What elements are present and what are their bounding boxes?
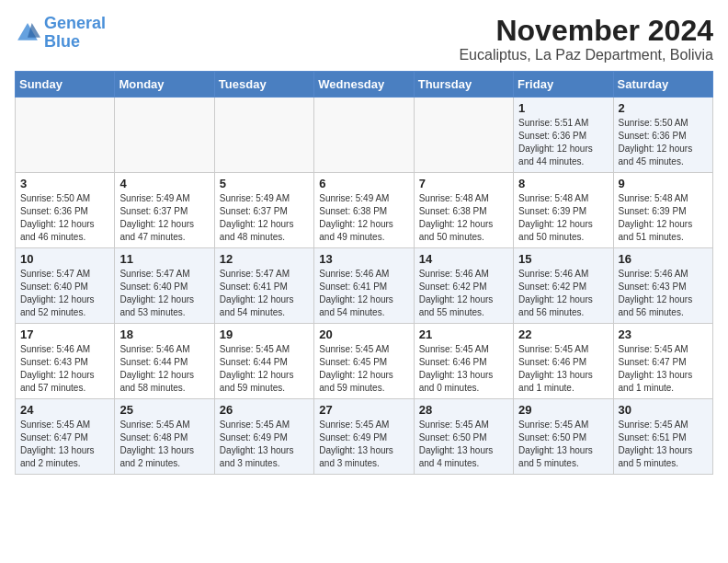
day-number: 29	[518, 403, 608, 417]
calendar-cell: 28Sunrise: 5:45 AM Sunset: 6:50 PM Dayli…	[414, 399, 513, 475]
calendar-cell: 21Sunrise: 5:45 AM Sunset: 6:46 PM Dayli…	[414, 324, 513, 399]
day-number: 17	[20, 327, 109, 341]
calendar-cell: 15Sunrise: 5:46 AM Sunset: 6:42 PM Dayli…	[514, 248, 613, 324]
weekday-header: Friday	[514, 72, 613, 98]
weekday-header: Saturday	[613, 72, 712, 98]
day-info: Sunrise: 5:46 AM Sunset: 6:42 PM Dayligh…	[419, 268, 508, 319]
day-info: Sunrise: 5:45 AM Sunset: 6:50 PM Dayligh…	[419, 419, 508, 470]
calendar-cell: 9Sunrise: 5:48 AM Sunset: 6:39 PM Daylig…	[613, 173, 712, 248]
calendar-cell	[314, 98, 414, 173]
calendar-cell: 5Sunrise: 5:49 AM Sunset: 6:37 PM Daylig…	[214, 173, 313, 248]
logo-icon	[15, 20, 40, 46]
day-info: Sunrise: 5:47 AM Sunset: 6:40 PM Dayligh…	[119, 268, 209, 319]
day-number: 30	[619, 403, 708, 417]
calendar-week-row: 3Sunrise: 5:50 AM Sunset: 6:36 PM Daylig…	[16, 173, 713, 248]
day-number: 25	[119, 403, 209, 417]
day-info: Sunrise: 5:45 AM Sunset: 6:47 PM Dayligh…	[20, 419, 109, 470]
calendar-cell: 12Sunrise: 5:47 AM Sunset: 6:41 PM Dayli…	[214, 248, 313, 324]
day-number: 6	[319, 177, 408, 190]
month-title: November 2024	[459, 15, 713, 47]
day-info: Sunrise: 5:47 AM Sunset: 6:41 PM Dayligh…	[220, 268, 309, 319]
weekday-header: Tuesday	[214, 72, 313, 98]
calendar-cell: 13Sunrise: 5:46 AM Sunset: 6:41 PM Dayli…	[314, 248, 414, 324]
calendar-cell: 29Sunrise: 5:45 AM Sunset: 6:50 PM Dayli…	[514, 399, 613, 475]
calendar-cell	[16, 98, 115, 173]
day-number: 19	[220, 327, 309, 341]
calendar-cell: 25Sunrise: 5:45 AM Sunset: 6:48 PM Dayli…	[115, 399, 214, 475]
calendar-cell: 26Sunrise: 5:45 AM Sunset: 6:49 PM Dayli…	[214, 399, 313, 475]
calendar-week-row: 1Sunrise: 5:51 AM Sunset: 6:36 PM Daylig…	[16, 98, 713, 173]
day-info: Sunrise: 5:48 AM Sunset: 6:39 PM Dayligh…	[518, 192, 608, 244]
day-number: 22	[518, 327, 608, 341]
weekday-header: Wednesday	[314, 72, 414, 98]
day-info: Sunrise: 5:50 AM Sunset: 6:36 PM Dayligh…	[20, 192, 109, 244]
weekday-header-row: SundayMondayTuesdayWednesdayThursdayFrid…	[16, 72, 713, 98]
logo-text: General Blue	[44, 15, 106, 52]
calendar-cell: 4Sunrise: 5:49 AM Sunset: 6:37 PM Daylig…	[115, 173, 214, 248]
day-info: Sunrise: 5:45 AM Sunset: 6:51 PM Dayligh…	[619, 419, 708, 470]
day-info: Sunrise: 5:45 AM Sunset: 6:44 PM Dayligh…	[220, 343, 309, 395]
calendar-cell: 27Sunrise: 5:45 AM Sunset: 6:49 PM Dayli…	[314, 399, 414, 475]
calendar-week-row: 17Sunrise: 5:46 AM Sunset: 6:43 PM Dayli…	[16, 324, 713, 399]
day-info: Sunrise: 5:45 AM Sunset: 6:48 PM Dayligh…	[119, 419, 209, 470]
calendar-cell: 24Sunrise: 5:45 AM Sunset: 6:47 PM Dayli…	[16, 399, 115, 475]
calendar-cell: 14Sunrise: 5:46 AM Sunset: 6:42 PM Dayli…	[414, 248, 513, 324]
day-info: Sunrise: 5:45 AM Sunset: 6:46 PM Dayligh…	[518, 343, 608, 395]
calendar-cell: 8Sunrise: 5:48 AM Sunset: 6:39 PM Daylig…	[514, 173, 613, 248]
day-info: Sunrise: 5:50 AM Sunset: 6:36 PM Dayligh…	[619, 117, 708, 168]
calendar-cell: 20Sunrise: 5:45 AM Sunset: 6:45 PM Dayli…	[314, 324, 414, 399]
day-number: 10	[20, 252, 109, 266]
calendar-table: SundayMondayTuesdayWednesdayThursdayFrid…	[15, 71, 713, 475]
calendar-cell	[414, 98, 513, 173]
day-number: 5	[220, 177, 309, 190]
day-number: 4	[119, 177, 209, 190]
day-info: Sunrise: 5:47 AM Sunset: 6:40 PM Dayligh…	[20, 268, 109, 319]
calendar-cell	[214, 98, 313, 173]
day-info: Sunrise: 5:46 AM Sunset: 6:43 PM Dayligh…	[619, 268, 708, 319]
calendar-cell: 22Sunrise: 5:45 AM Sunset: 6:46 PM Dayli…	[514, 324, 613, 399]
day-info: Sunrise: 5:49 AM Sunset: 6:37 PM Dayligh…	[220, 192, 309, 244]
title-area: November 2024 Eucaliptus, La Paz Departm…	[459, 15, 713, 63]
calendar-cell: 7Sunrise: 5:48 AM Sunset: 6:38 PM Daylig…	[414, 173, 513, 248]
calendar-week-row: 10Sunrise: 5:47 AM Sunset: 6:40 PM Dayli…	[16, 248, 713, 324]
calendar-cell: 16Sunrise: 5:46 AM Sunset: 6:43 PM Dayli…	[613, 248, 712, 324]
day-info: Sunrise: 5:48 AM Sunset: 6:38 PM Dayligh…	[419, 192, 508, 244]
day-number: 2	[619, 101, 708, 115]
day-info: Sunrise: 5:46 AM Sunset: 6:43 PM Dayligh…	[20, 343, 109, 395]
day-number: 12	[220, 252, 309, 266]
day-info: Sunrise: 5:48 AM Sunset: 6:39 PM Dayligh…	[619, 192, 708, 244]
day-number: 11	[119, 252, 209, 266]
calendar-cell: 6Sunrise: 5:49 AM Sunset: 6:38 PM Daylig…	[314, 173, 414, 248]
calendar-cell: 2Sunrise: 5:50 AM Sunset: 6:36 PM Daylig…	[613, 98, 712, 173]
calendar-cell: 18Sunrise: 5:46 AM Sunset: 6:44 PM Dayli…	[115, 324, 214, 399]
day-info: Sunrise: 5:45 AM Sunset: 6:49 PM Dayligh…	[319, 419, 408, 470]
calendar-cell: 3Sunrise: 5:50 AM Sunset: 6:36 PM Daylig…	[16, 173, 115, 248]
day-number: 13	[319, 252, 408, 266]
calendar-cell	[115, 98, 214, 173]
day-number: 18	[119, 327, 209, 341]
weekday-header: Monday	[115, 72, 214, 98]
day-number: 16	[619, 252, 708, 266]
calendar-cell: 10Sunrise: 5:47 AM Sunset: 6:40 PM Dayli…	[16, 248, 115, 324]
day-number: 27	[319, 403, 408, 417]
day-info: Sunrise: 5:45 AM Sunset: 6:50 PM Dayligh…	[518, 419, 608, 470]
weekday-header: Sunday	[16, 72, 115, 98]
day-info: Sunrise: 5:49 AM Sunset: 6:37 PM Dayligh…	[119, 192, 209, 244]
calendar-cell: 1Sunrise: 5:51 AM Sunset: 6:36 PM Daylig…	[514, 98, 613, 173]
day-info: Sunrise: 5:49 AM Sunset: 6:38 PM Dayligh…	[319, 192, 408, 244]
logo: General Blue	[15, 15, 106, 52]
day-number: 8	[518, 177, 608, 190]
day-number: 3	[20, 177, 109, 190]
calendar-cell: 17Sunrise: 5:46 AM Sunset: 6:43 PM Dayli…	[16, 324, 115, 399]
calendar-cell: 23Sunrise: 5:45 AM Sunset: 6:47 PM Dayli…	[613, 324, 712, 399]
day-info: Sunrise: 5:46 AM Sunset: 6:42 PM Dayligh…	[518, 268, 608, 319]
day-number: 14	[419, 252, 508, 266]
day-number: 26	[220, 403, 309, 417]
page-header: General Blue November 2024 Eucaliptus, L…	[15, 15, 713, 63]
weekday-header: Thursday	[414, 72, 513, 98]
day-number: 7	[419, 177, 508, 190]
day-info: Sunrise: 5:46 AM Sunset: 6:44 PM Dayligh…	[119, 343, 209, 395]
day-number: 21	[419, 327, 508, 341]
day-number: 28	[419, 403, 508, 417]
day-number: 24	[20, 403, 109, 417]
